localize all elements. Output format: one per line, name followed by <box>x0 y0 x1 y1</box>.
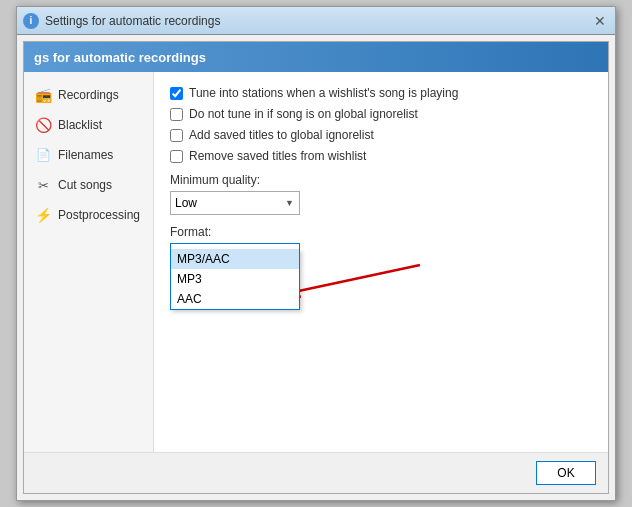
ok-button[interactable]: OK <box>536 461 596 485</box>
checkbox-tune-into: Tune into stations when a wishlist's son… <box>170 86 592 100</box>
inner-body: 📻 Recordings 🚫 Blacklist 📄 Filenames ✂ C… <box>24 72 608 452</box>
checkbox-tune-into-label: Tune into stations when a wishlist's son… <box>189 86 458 100</box>
format-label: Format: <box>170 225 592 239</box>
blacklist-icon: 🚫 <box>34 116 52 134</box>
sidebar-label-cut-songs: Cut songs <box>58 178 112 192</box>
checkbox-do-not-tune-label: Do not tune in if song is on global igno… <box>189 107 418 121</box>
content-area: Tune into stations when a wishlist's son… <box>154 72 608 452</box>
footer: OK <box>24 452 608 493</box>
outer-window: i Settings for automatic recordings ✕ 迅东… <box>16 6 616 501</box>
close-button[interactable]: ✕ <box>591 12 609 30</box>
sidebar-label-filenames: Filenames <box>58 148 113 162</box>
cut-songs-icon: ✂ <box>34 176 52 194</box>
sidebar-item-recordings[interactable]: 📻 Recordings <box>24 80 153 110</box>
inner-title: gs for automatic recordings <box>34 50 206 65</box>
sidebar-item-postprocessing[interactable]: ⚡ Postprocessing <box>24 200 153 230</box>
format-dropdown-list: MP3/AAC MP3 AAC <box>170 249 300 310</box>
format-option-mp3[interactable]: MP3 <box>171 269 299 289</box>
checkbox-add-saved: Add saved titles to global ignorelist <box>170 128 592 142</box>
checkbox-remove-saved-input[interactable] <box>170 150 183 163</box>
min-quality-label: Minimum quality: <box>170 173 592 187</box>
checkbox-do-not-tune-input[interactable] <box>170 108 183 121</box>
format-option-mp3aac[interactable]: MP3/AAC <box>171 249 299 269</box>
checkbox-add-saved-label: Add saved titles to global ignorelist <box>189 128 374 142</box>
checkbox-tune-into-input[interactable] <box>170 87 183 100</box>
svg-line-1 <box>280 265 420 295</box>
inner-titlebar: gs for automatic recordings <box>24 42 608 72</box>
checkbox-remove-saved-label: Remove saved titles from wishlist <box>189 149 366 163</box>
checkbox-add-saved-input[interactable] <box>170 129 183 142</box>
sidebar-label-postprocessing: Postprocessing <box>58 208 140 222</box>
format-option-aac[interactable]: AAC <box>171 289 299 309</box>
sidebar-item-cut-songs[interactable]: ✂ Cut songs <box>24 170 153 200</box>
inner-window: gs for automatic recordings 📻 Recordings… <box>23 41 609 494</box>
sidebar-label-recordings: Recordings <box>58 88 119 102</box>
min-quality-select-wrapper: Low Medium High <box>170 191 300 215</box>
sidebar-item-filenames[interactable]: 📄 Filenames <box>24 140 153 170</box>
app-icon: i <box>23 13 39 29</box>
sidebar-item-blacklist[interactable]: 🚫 Blacklist <box>24 110 153 140</box>
sidebar: 📻 Recordings 🚫 Blacklist 📄 Filenames ✂ C… <box>24 72 154 452</box>
filenames-icon: 📄 <box>34 146 52 164</box>
sidebar-label-blacklist: Blacklist <box>58 118 102 132</box>
format-section: Format: MP3/AAC ▼ MP3/AAC MP3 AAC <box>170 225 592 267</box>
min-quality-select[interactable]: Low Medium High <box>170 191 300 215</box>
outer-titlebar: i Settings for automatic recordings ✕ <box>17 7 615 35</box>
checkbox-remove-saved: Remove saved titles from wishlist <box>170 149 592 163</box>
checkbox-do-not-tune: Do not tune in if song is on global igno… <box>170 107 592 121</box>
outer-title: Settings for automatic recordings <box>45 14 591 28</box>
postprocessing-icon: ⚡ <box>34 206 52 224</box>
recordings-icon: 📻 <box>34 86 52 104</box>
